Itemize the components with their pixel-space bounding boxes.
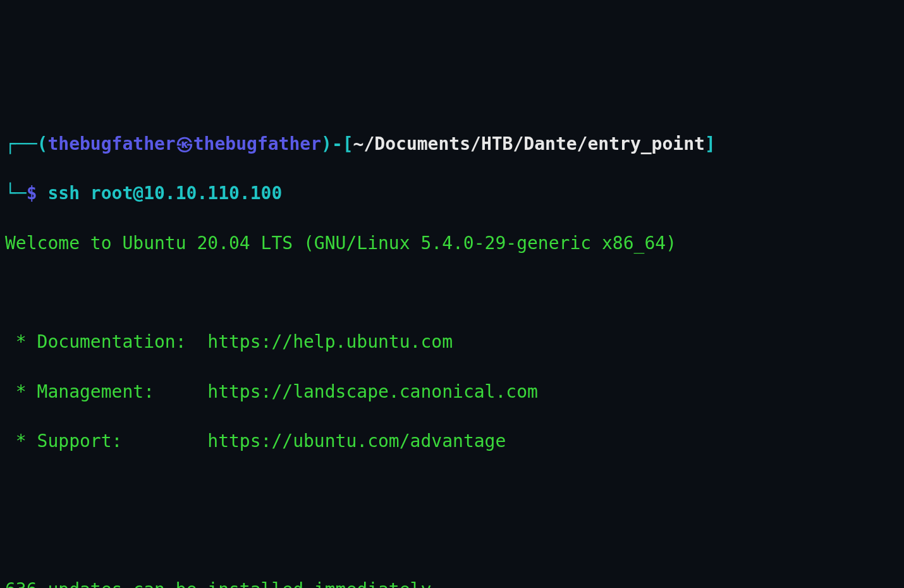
ps1-user: thebugfather — [47, 133, 175, 154]
ps1-line2: └─$ ssh root@10.10.110.100 — [5, 181, 899, 205]
blank — [5, 528, 899, 553]
motd-doc: * Documentation: https://help.ubuntu.com — [5, 329, 899, 354]
motd-updates1: 636 updates can be installed immediately… — [5, 577, 899, 588]
command: ssh root@10.10.110.100 — [47, 183, 282, 204]
motd-mgmt: * Management: https://landscape.canonica… — [5, 379, 899, 404]
motd-support: * Support: https://ubuntu.com/advantage — [5, 429, 899, 453]
skull-icon: ㉿ — [176, 132, 193, 156]
blank — [5, 280, 899, 305]
ps1-cwd: ~/Documents/HTB/Dante/entry_point — [353, 133, 705, 154]
motd-welcome: Welcome to Ubuntu 20.04 LTS (GNU/Linux 5… — [5, 231, 899, 255]
ps1-line1: ┌──(thebugfather㉿thebugfather)-[~/Docume… — [5, 132, 899, 156]
ps1-dollar: $ — [27, 183, 37, 204]
ps1-host: thebugfather — [193, 133, 321, 154]
blank — [5, 479, 899, 503]
terminal[interactable]: ┌──(thebugfather㉿thebugfather)-[~/Docume… — [5, 107, 899, 588]
